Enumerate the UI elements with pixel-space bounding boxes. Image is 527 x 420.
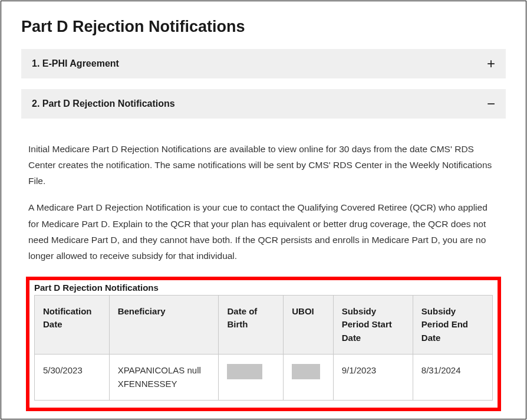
cell-uboi	[284, 355, 333, 401]
table-header-row: Notification Date Beneficiary Date of Bi…	[35, 295, 493, 355]
header-beneficiary: Beneficiary	[109, 295, 219, 355]
minus-icon: −	[487, 97, 495, 111]
page-title: Part D Rejection Notifications	[21, 18, 506, 36]
intro-paragraph-2: A Medicare Part D Rejection Notification…	[28, 199, 499, 264]
cell-period-start: 9/1/2023	[333, 355, 413, 401]
intro-paragraph-1: Initial Medicare Part D Rejection Notifi…	[28, 141, 499, 189]
cell-period-end: 8/31/2024	[413, 355, 492, 401]
accordion-title: 1. E-PHI Agreement	[32, 58, 119, 69]
cell-beneficiary: XPAPANICOLAS null XFENNESSEY	[109, 355, 219, 401]
page-frame: Part D Rejection Notifications 1. E-PHI …	[1, 1, 526, 419]
header-notification-date: Notification Date	[35, 295, 110, 355]
accordion-part-d-rejection[interactable]: 2. Part D Rejection Notifications −	[21, 89, 506, 119]
accordion-ephi-agreement[interactable]: 1. E-PHI Agreement +	[21, 49, 506, 78]
header-dob: Date of Birth	[219, 295, 284, 355]
header-period-end: Subsidy Period End Date	[413, 295, 492, 355]
highlighted-table-section: Part D Rejection Notifications Notificat…	[26, 277, 501, 412]
rejection-notifications-table: Notification Date Beneficiary Date of Bi…	[34, 295, 493, 401]
redacted-uboi	[292, 364, 320, 379]
header-uboi: UBOI	[284, 295, 333, 355]
accordion-content: Initial Medicare Part D Rejection Notifi…	[21, 129, 506, 411]
cell-notification-date: 5/30/2023	[35, 355, 110, 401]
accordion-title: 2. Part D Rejection Notifications	[32, 99, 175, 109]
table-row: 5/30/2023 XPAPANICOLAS null XFENNESSEY 9…	[35, 355, 493, 401]
plus-icon: +	[487, 57, 495, 71]
cell-dob	[219, 355, 284, 401]
table-caption: Part D Rejection Notifications	[34, 283, 493, 293]
redacted-dob	[227, 364, 262, 379]
header-period-start: Subsidy Period Start Date	[333, 295, 413, 355]
